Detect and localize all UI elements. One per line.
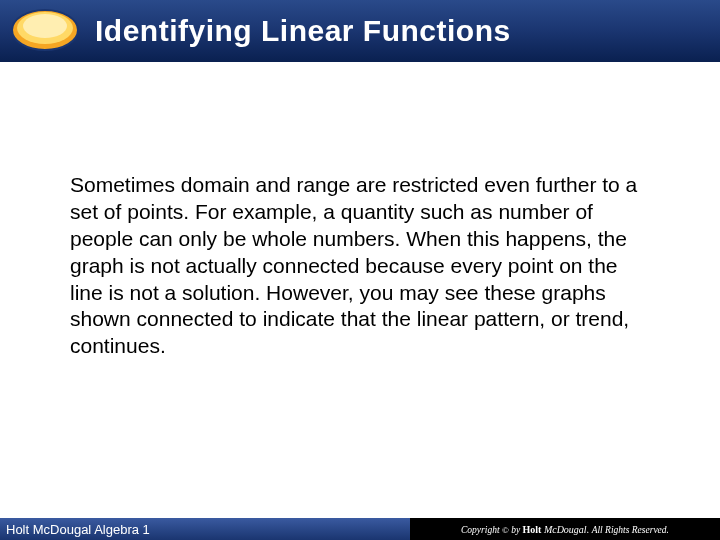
publisher-mcdougal: McDougal. bbox=[544, 524, 589, 535]
header-oval-badge bbox=[10, 8, 80, 52]
publisher-logo: Holt McDougal. bbox=[522, 524, 591, 535]
slide-title: Identifying Linear Functions bbox=[95, 14, 511, 48]
footer-right: Copyright © by Holt McDougal. All Rights… bbox=[410, 518, 720, 540]
publisher-holt: Holt bbox=[522, 524, 541, 535]
slide-content: Sometimes domain and range are restricte… bbox=[0, 62, 720, 360]
copyright-symbol: © bbox=[502, 525, 509, 535]
slide-header: Identifying Linear Functions bbox=[0, 0, 720, 62]
footer-book-title: Holt McDougal Algebra 1 bbox=[6, 522, 150, 537]
body-paragraph: Sometimes domain and range are restricte… bbox=[70, 172, 650, 360]
rights-reserved: All Rights Reserved. bbox=[592, 525, 669, 535]
copyright-prefix: Copyright bbox=[461, 525, 500, 535]
slide-footer: Holt McDougal Algebra 1 Copyright © by H… bbox=[0, 518, 720, 540]
copyright-by: by bbox=[511, 525, 520, 535]
footer-left: Holt McDougal Algebra 1 bbox=[0, 518, 410, 540]
copyright-text: Copyright © by Holt McDougal. All Rights… bbox=[461, 524, 669, 535]
svg-point-2 bbox=[23, 14, 67, 38]
